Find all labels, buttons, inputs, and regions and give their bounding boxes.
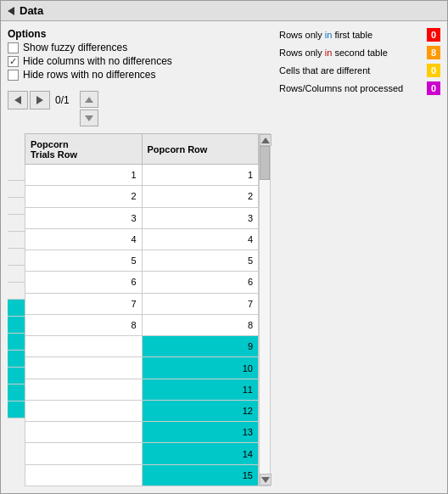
cell-col1 xyxy=(25,422,143,443)
option-fuzzy: Show fuzzy differences xyxy=(8,42,271,53)
nav-vertical xyxy=(80,91,98,126)
table-row: 12 xyxy=(25,400,259,421)
in-highlight: in xyxy=(325,30,333,40)
cell-col2: 1 xyxy=(142,165,259,186)
collapse-icon[interactable] xyxy=(8,7,14,15)
cell-col2: 11 xyxy=(142,379,259,400)
cell-col1: 4 xyxy=(25,228,143,250)
cell-col2: 6 xyxy=(142,272,259,293)
nav-down-button[interactable] xyxy=(80,109,98,126)
nav-counter: 0/1 xyxy=(52,93,73,108)
scroll-down-button[interactable] xyxy=(260,474,272,486)
cell-col1: 1 xyxy=(25,165,143,186)
checkbox-fuzzy[interactable] xyxy=(8,42,19,53)
option-hide-cols-label: Hide columns with no differences xyxy=(23,55,172,67)
row-indicator-14 xyxy=(8,385,25,401)
nav-next-button[interactable] xyxy=(30,91,50,109)
legend-rows-first-text: Rows only in first table xyxy=(279,30,423,40)
table-row: 15 xyxy=(25,464,259,486)
cell-col2: 7 xyxy=(142,293,259,314)
scrollbar-track[interactable] xyxy=(260,146,270,474)
cell-col2: 14 xyxy=(142,443,259,464)
nav-section: 0/1 xyxy=(8,91,271,126)
panel-body: Options Show fuzzy differences Hide colu… xyxy=(1,21,447,493)
cell-col2: 3 xyxy=(142,207,259,228)
row-indicator-8 xyxy=(8,283,25,300)
row-indicator-10 xyxy=(8,317,25,334)
scrollbar-thumb[interactable] xyxy=(260,146,270,180)
table-row: 4 4 xyxy=(25,228,259,250)
table-row: 8 8 xyxy=(25,314,259,335)
row-indicator-9 xyxy=(8,300,25,317)
panel-header: Data xyxy=(1,1,447,21)
row-indicator-4 xyxy=(8,215,25,232)
legend-badge-rows-second: 8 xyxy=(427,46,440,59)
cell-col2: 15 xyxy=(142,464,259,486)
legend-badge-not-processed: 0 xyxy=(427,81,440,95)
scroll-down-icon xyxy=(261,477,270,483)
row-indicator-15 xyxy=(8,401,25,418)
option-hide-rows: Hide rows with no differences xyxy=(8,69,271,81)
row-indicator-11 xyxy=(8,334,25,351)
cell-col1 xyxy=(25,379,143,400)
checkbox-hide-cols[interactable] xyxy=(8,56,19,67)
legend-badge-rows-first: 0 xyxy=(427,28,440,42)
cell-col1 xyxy=(25,336,143,357)
table-row: 2 2 xyxy=(25,186,259,207)
row-indicator-12 xyxy=(8,351,25,368)
legend-not-processed: Rows/Columns not processed 0 xyxy=(279,81,440,95)
nav-up-button[interactable] xyxy=(80,91,98,108)
option-hide-cols: Hide columns with no differences xyxy=(8,55,271,67)
cell-col1 xyxy=(25,464,143,486)
table-row: 3 3 xyxy=(25,207,259,228)
col1-header: PopcornTrials Row xyxy=(25,134,143,165)
legend-rows-second: Rows only in second table 8 xyxy=(279,46,440,59)
legend-count-not-processed: 0 xyxy=(431,83,436,93)
row-indicator-2 xyxy=(8,181,25,198)
cell-col1 xyxy=(25,357,143,379)
scroll-up-button[interactable] xyxy=(260,134,272,146)
cell-col2: 5 xyxy=(142,250,259,272)
nav-arrows: 0/1 xyxy=(8,91,73,109)
cell-col2: 8 xyxy=(142,314,259,335)
cell-col2: 12 xyxy=(142,400,259,421)
cell-col2: 4 xyxy=(142,228,259,250)
options-label: Options xyxy=(8,28,271,40)
left-section: Options Show fuzzy differences Hide colu… xyxy=(8,28,271,486)
table-row: 5 5 xyxy=(25,250,259,272)
scroll-up-icon xyxy=(261,138,270,143)
col2-header: Popcorn Row xyxy=(142,134,259,165)
row-indicator-6 xyxy=(8,249,25,266)
arrow-left-icon xyxy=(14,96,21,104)
table-row: 10 xyxy=(25,357,259,379)
arrow-up-icon xyxy=(85,97,93,103)
cell-col2: 2 xyxy=(142,186,259,207)
row-indicator-7 xyxy=(8,266,25,283)
table-row: 6 6 xyxy=(25,272,259,293)
legend-rows-first: Rows only in first table 0 xyxy=(279,28,440,42)
options-section: Options Show fuzzy differences Hide colu… xyxy=(8,28,271,82)
scrollbar[interactable] xyxy=(259,133,271,486)
nav-prev-button[interactable] xyxy=(8,91,28,109)
data-table: PopcornTrials Row Popcorn Row 1 1 2 xyxy=(25,133,259,486)
row-indicator-column xyxy=(8,133,25,486)
cell-col2: 10 xyxy=(142,357,259,379)
cell-col1: 2 xyxy=(25,186,143,207)
legend-rows-second-text: Rows only in second table xyxy=(279,48,423,58)
table-row: 11 xyxy=(25,379,259,400)
data-panel: Data Options Show fuzzy differences Hide… xyxy=(0,0,448,494)
row-indicator-header xyxy=(8,133,25,164)
row-indicator-5 xyxy=(8,232,25,249)
arrow-right-icon xyxy=(36,96,43,104)
table-row: 13 xyxy=(25,422,259,443)
legend-count-rows-second: 8 xyxy=(431,48,436,58)
legend-not-processed-text: Rows/Columns not processed xyxy=(279,83,423,93)
checkbox-hide-rows[interactable] xyxy=(8,70,19,81)
panel-title: Data xyxy=(20,4,43,17)
cell-col1: 5 xyxy=(25,250,143,272)
row-indicator-3 xyxy=(8,198,25,215)
cell-col1: 7 xyxy=(25,293,143,314)
legend-section: Rows only in first table 0 Rows only in … xyxy=(271,28,440,486)
arrow-down-icon xyxy=(85,115,93,121)
table-row: 9 xyxy=(25,336,259,357)
